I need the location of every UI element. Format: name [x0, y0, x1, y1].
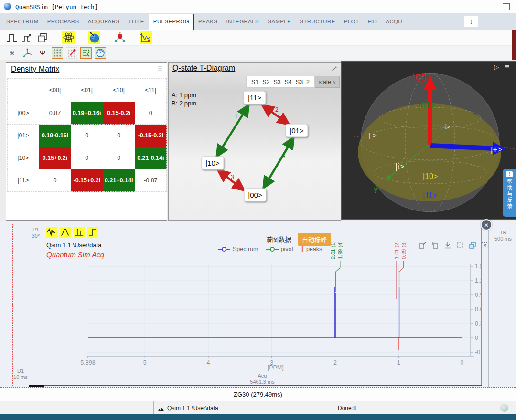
transition-arrow-4[interactable] [264, 138, 293, 188]
seq-button-s1[interactable]: S1 [251, 79, 258, 85]
tab-peaks[interactable]: PEAKS [194, 14, 222, 29]
fid-plot-icon[interactable] [140, 32, 152, 44]
window-title: QuanSRSim [Peiyun Tech] [15, 3, 98, 10]
seq-button-s2[interactable]: S2 [262, 79, 269, 85]
bloch-sphere-panel: |00>|01>|->|-i>|+>|i>|10>|11>y ▷ ≣ [341, 61, 516, 220]
acquisition-title: Quantum Sim Acq [46, 251, 104, 259]
legend-item-peaks[interactable]: peaks [301, 246, 322, 252]
legend-item-spectrum[interactable]: Spectrum [218, 246, 258, 252]
pulse-edit-icon[interactable] [21, 32, 33, 44]
cursor-line-left [12, 224, 13, 386]
bloch-sphere-icon[interactable] [88, 32, 100, 44]
x-tick-label: 4 [207, 359, 210, 366]
copy-icon[interactable] [36, 32, 49, 44]
axes-3d-icon[interactable] [21, 47, 33, 59]
y-tick-label: 1.2 [475, 277, 482, 284]
matrix-cell: 0.15+0.2i [39, 147, 71, 169]
matrix-cell: -0.15+0.2i [71, 169, 103, 192]
chart-toolbox [419, 241, 489, 250]
help-feedback-label: 帮助与反馈 [505, 178, 513, 210]
ppm-info: A: 1 ppm B: 2 ppm [172, 91, 196, 107]
tab-structure[interactable]: STRUCTURE [295, 14, 340, 29]
qstate-list-icon[interactable] [80, 47, 92, 59]
tab-spectrum[interactable]: SPECTRUM [2, 14, 43, 29]
tab-sample[interactable]: SAMPLE [263, 14, 295, 29]
legend-label: peaks [306, 246, 322, 252]
seq-button-s3_2[interactable]: S3_2 [296, 79, 310, 85]
seq-button-s3[interactable]: S3 [273, 79, 280, 85]
download-icon[interactable] [443, 241, 452, 250]
state-node[interactable]: |11> [244, 91, 266, 104]
help-feedback-tab[interactable]: ! 帮助与反馈 [503, 169, 516, 217]
matrix-cell: 0.15-0.2i [103, 102, 135, 125]
matrix-cell: 0 [103, 125, 135, 147]
state-dropdown[interactable]: state ∨ [315, 76, 340, 88]
tab-pulseprog[interactable]: PULSEPROG [149, 14, 194, 30]
pulse-icon[interactable] [6, 32, 18, 44]
psi-icon[interactable]: Ψ [36, 47, 49, 59]
legend-label: pivot [281, 246, 293, 252]
maximize-button[interactable] [503, 3, 510, 10]
density-grid-icon[interactable] [52, 47, 63, 59]
bloch-label: |-> [368, 131, 377, 139]
state-vector-x [430, 146, 494, 148]
y-tick-label: -0.3 [475, 349, 482, 356]
peak-bars-icon[interactable] [74, 227, 85, 238]
svg-text:|01>: |01> [290, 126, 304, 135]
sequence-step-buttons: S1S2S3S4S3_2 [246, 76, 315, 88]
brush-select-icon[interactable] [456, 241, 464, 250]
peak-curve-icon[interactable] [60, 227, 71, 238]
acq-label: Acq [43, 373, 481, 379]
tdiagram-title: Q-state T-Diagram [172, 64, 235, 73]
table-row: |11>0-0.15+0.2i0.21+0.14i-0.87 [8, 169, 167, 192]
bloch-sphere-canvas[interactable]: |00>|01>|->|-i>|+>|i>|10>|11>y [342, 62, 516, 219]
close-icon[interactable]: ✕ [481, 219, 492, 231]
pulse-program-name: ZG30 (279.49ms) [0, 388, 516, 401]
gauge-icon[interactable] [95, 47, 106, 59]
x-tick-label: 1 [397, 359, 400, 366]
bloch-label: |11> [423, 191, 437, 200]
expand-toolbar-button[interactable]: ↕ [464, 16, 478, 27]
molecule-icon[interactable] [114, 32, 126, 44]
tab-plot[interactable]: PLOT [340, 14, 364, 29]
state-node[interactable]: |10> [202, 157, 224, 169]
grid-pin-icon[interactable] [66, 47, 77, 59]
tab-procpars[interactable]: PROCPARS [43, 14, 84, 29]
delay-baseline [29, 385, 44, 387]
reference-mark-icon[interactable]: ※ [6, 47, 18, 59]
fid-decay-icon[interactable] [46, 227, 57, 238]
tab-fid[interactable]: FID [363, 14, 381, 29]
seq-button-s4[interactable]: S4 [285, 79, 292, 85]
legend-item-pivot[interactable]: pivot [266, 246, 293, 252]
tab-title[interactable]: TITLE [124, 14, 149, 29]
transition-number: 1 [235, 113, 238, 120]
tab-integrals[interactable]: INTEGRALS [222, 14, 263, 29]
status-file-path: Qsim 1 1 \User\data [167, 405, 218, 411]
bloch-label: |00> [412, 72, 432, 83]
state-node[interactable]: |00> [244, 189, 266, 201]
bloch-toolbar-icons[interactable]: ▷ ≣ [494, 63, 512, 71]
corner-cell [8, 79, 39, 102]
panel-menu-icon[interactable]: ☰ [157, 65, 163, 73]
zoom-reset-icon[interactable] [431, 241, 440, 250]
table-header-row: <00|<01|<10|<11| [8, 79, 167, 102]
col-header: <11| [135, 79, 166, 102]
tab-acqupars[interactable]: ACQUPARS [84, 14, 124, 29]
feedback-bubble-icon: ! [506, 171, 513, 177]
transition-arrow-1[interactable] [217, 105, 248, 156]
menu-bar: SPECTRUMPROCPARSACQUPARSTITLEPULSEPROGPE… [0, 13, 516, 30]
zoom-box-icon[interactable] [419, 241, 427, 250]
status-state-text: Done:ft [338, 405, 356, 411]
col-header: <10| [103, 79, 135, 102]
tab-acqu[interactable]: ACQU [381, 14, 407, 29]
state-dropdown-value: state [319, 79, 331, 85]
atom-icon[interactable] [62, 32, 75, 44]
step-icon[interactable] [87, 227, 98, 238]
status-cell-empty [0, 401, 154, 414]
density-matrix-title: Density Matrix [11, 65, 59, 74]
auto-peak-button[interactable]: 自动标峰 [298, 233, 331, 246]
pin-icon[interactable] [331, 66, 337, 72]
svg-text:|10>: |10> [205, 159, 220, 167]
state-node[interactable]: |01> [286, 124, 308, 137]
overlay-icon[interactable] [468, 241, 477, 250]
